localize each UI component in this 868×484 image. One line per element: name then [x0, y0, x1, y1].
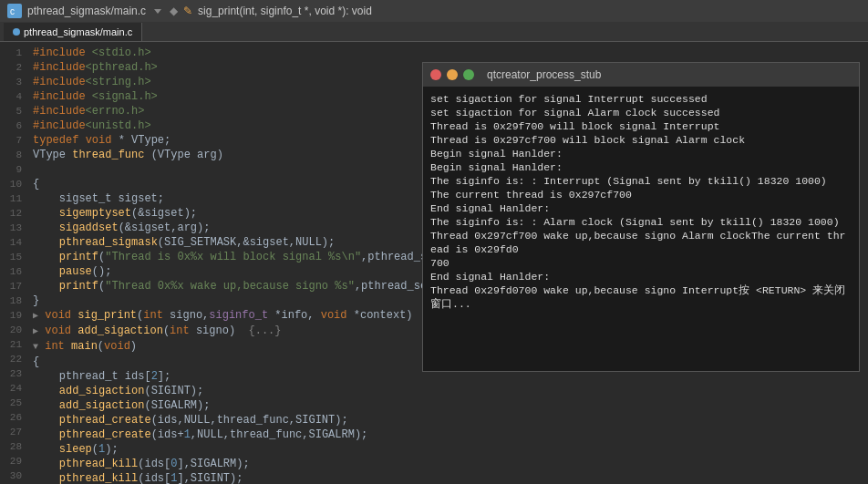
- terminal-title-bar: qtcreator_process_stub: [423, 63, 859, 87]
- terminal-output: set sigaction for signal Interrupt succe…: [423, 87, 859, 371]
- maximize-button[interactable]: [463, 69, 474, 80]
- terminal-title: qtcreator_process_stub: [487, 68, 601, 81]
- dropdown-icon[interactable]: [151, 5, 164, 17]
- terminal-window: qtcreator_process_stub set sigaction for…: [422, 62, 860, 372]
- editor-title-bar: c pthread_sigmask/main.c ◆ ✎ sig_print(i…: [0, 0, 868, 22]
- tab-main[interactable]: pthread_sigmask/main.c: [4, 23, 142, 41]
- function-title: sig_print(int, siginfo_t *, void *): voi…: [198, 5, 372, 17]
- minimize-button[interactable]: [447, 69, 458, 80]
- line-numbers: 1 2 3 4 5 6 7 8 9 10 11 12 13 14 15 16 1…: [0, 42, 26, 484]
- tab-dot: [13, 28, 20, 36]
- close-button[interactable]: [430, 69, 441, 80]
- svg-text:c: c: [10, 6, 15, 16]
- title-divider: ◆: [170, 5, 178, 17]
- editor-icon: c: [7, 4, 22, 18]
- editor-title: pthread_sigmask/main.c: [27, 5, 146, 17]
- svg-marker-2: [154, 9, 161, 14]
- tab-bar: pthread_sigmask/main.c: [0, 22, 868, 42]
